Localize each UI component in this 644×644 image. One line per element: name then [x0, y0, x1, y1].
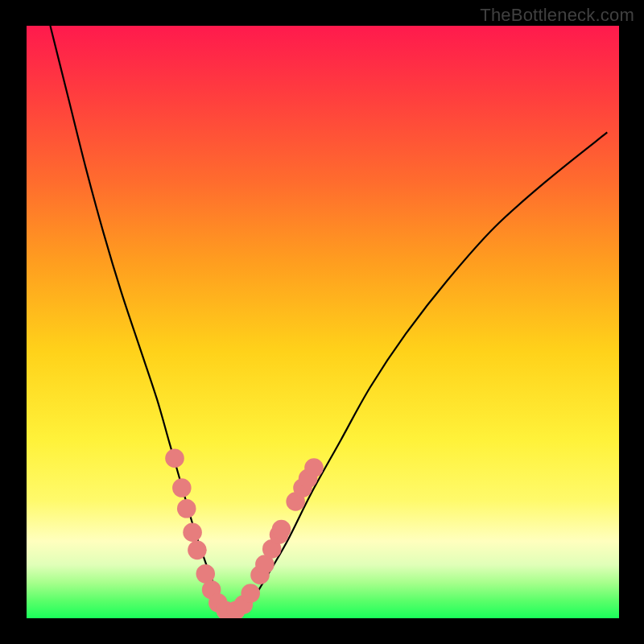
highlight-dot — [188, 541, 207, 560]
highlight-dot — [272, 520, 291, 539]
highlight-dot-group — [165, 449, 324, 618]
watermark-text: TheBottleneck.com — [480, 5, 634, 26]
bottleneck-curve-line — [50, 26, 607, 610]
highlight-dot — [172, 478, 192, 497]
heat-gradient-plot-area — [27, 26, 619, 618]
bottleneck-curve-svg — [27, 26, 619, 618]
chart-frame: TheBottleneck.com — [0, 0, 644, 644]
highlight-dot — [165, 449, 184, 469]
highlight-dot — [241, 584, 260, 603]
highlight-dot — [183, 523, 202, 543]
highlight-dot — [304, 458, 324, 477]
highlight-dot — [177, 499, 196, 518]
